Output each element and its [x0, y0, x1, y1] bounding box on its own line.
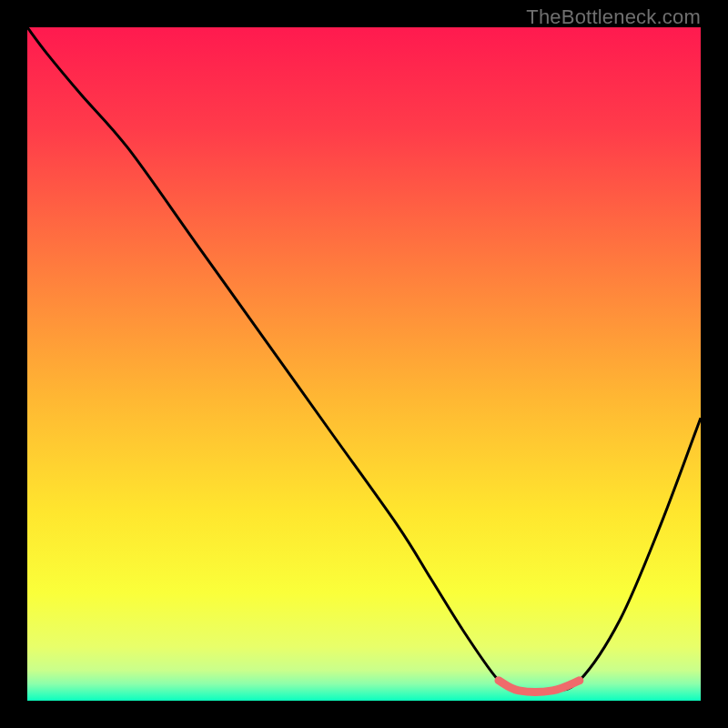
chart-frame: TheBottleneck.com	[0, 0, 728, 728]
plot-area	[27, 27, 701, 701]
curve-path	[27, 27, 701, 692]
watermark-label: TheBottleneck.com	[526, 5, 701, 29]
flat-segment-highlight	[499, 681, 580, 692]
bottleneck-curve	[27, 27, 701, 701]
